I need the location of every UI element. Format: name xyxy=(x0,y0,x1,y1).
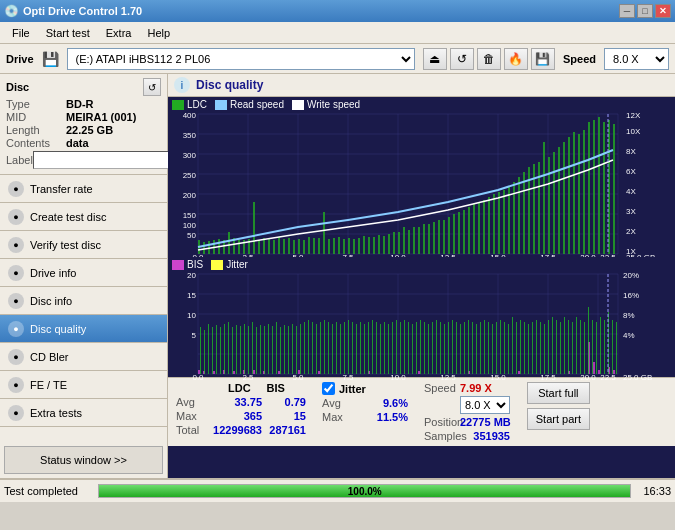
drive-icon: 💾 xyxy=(42,51,59,67)
nav-label-extra-tests: Extra tests xyxy=(30,407,82,419)
svg-rect-278 xyxy=(560,322,561,374)
svg-rect-202 xyxy=(256,327,257,374)
svg-rect-239 xyxy=(404,320,405,374)
speed-row-label: Speed xyxy=(424,382,456,394)
svg-rect-73 xyxy=(333,238,335,254)
chart-bottom: BIS Jitter xyxy=(168,257,675,377)
svg-rect-171 xyxy=(233,371,235,374)
drive-refresh-btn[interactable]: ↺ xyxy=(450,48,474,70)
nav-cd-bler[interactable]: ● CD Bler xyxy=(0,343,167,371)
svg-rect-201 xyxy=(252,322,253,374)
svg-rect-206 xyxy=(272,326,273,374)
svg-rect-177 xyxy=(318,371,320,374)
minimize-button[interactable]: ─ xyxy=(619,4,635,18)
nav-extra-tests[interactable]: ● Extra tests xyxy=(0,399,167,427)
svg-rect-267 xyxy=(516,322,517,374)
svg-text:350: 350 xyxy=(183,131,197,140)
svg-rect-248 xyxy=(440,322,441,374)
svg-rect-233 xyxy=(380,324,381,374)
svg-rect-105 xyxy=(493,194,495,254)
svg-rect-285 xyxy=(588,307,589,374)
close-button[interactable]: ✕ xyxy=(655,4,671,18)
svg-rect-264 xyxy=(504,322,505,374)
svg-rect-66 xyxy=(298,239,300,254)
svg-rect-63 xyxy=(283,239,285,254)
svg-text:7.5: 7.5 xyxy=(342,373,354,380)
action-buttons: Start full Start part xyxy=(527,382,590,430)
progress-text: 100.0% xyxy=(348,485,382,499)
svg-rect-230 xyxy=(368,322,369,374)
svg-rect-115 xyxy=(543,142,545,254)
svg-rect-281 xyxy=(572,322,573,374)
svg-rect-214 xyxy=(304,322,305,374)
svg-rect-89 xyxy=(413,227,415,254)
menu-file[interactable]: File xyxy=(4,25,38,41)
svg-text:150: 150 xyxy=(183,211,197,220)
svg-rect-256 xyxy=(472,322,473,374)
nav-disc-quality[interactable]: ● Disc quality xyxy=(0,315,167,343)
jitter-checkbox[interactable] xyxy=(322,382,335,395)
svg-rect-103 xyxy=(483,200,485,254)
svg-rect-88 xyxy=(408,230,410,254)
disc-contents-label: Contents xyxy=(6,137,66,149)
start-full-button[interactable]: Start full xyxy=(527,382,590,404)
svg-rect-80 xyxy=(368,237,370,254)
svg-rect-192 xyxy=(216,325,217,374)
svg-rect-173 xyxy=(253,370,255,374)
samples-label: Samples xyxy=(424,430,456,442)
speed-label: Speed xyxy=(563,53,596,65)
svg-rect-64 xyxy=(288,238,290,254)
svg-rect-71 xyxy=(323,212,325,254)
drive-eject-btn[interactable]: ⏏ xyxy=(423,48,447,70)
bis-col-header: BIS xyxy=(267,382,285,394)
svg-rect-224 xyxy=(344,322,345,374)
drive-burn-btn[interactable]: 🔥 xyxy=(504,48,528,70)
disc-label-label: Label xyxy=(6,154,33,166)
speed-select[interactable]: 8.0 X xyxy=(604,48,669,70)
bis-max: 15 xyxy=(266,410,306,422)
svg-rect-194 xyxy=(224,324,225,374)
nav-disc-info[interactable]: ● Disc info xyxy=(0,287,167,315)
speed-dropdown-select[interactable]: 8.0 X xyxy=(460,396,510,414)
menu-extra[interactable]: Extra xyxy=(98,25,140,41)
nav-verify-test-disc[interactable]: ● Verify test disc xyxy=(0,231,167,259)
disc-refresh-btn[interactable]: ↺ xyxy=(143,78,161,96)
maximize-button[interactable]: □ xyxy=(637,4,653,18)
drive-label: Drive xyxy=(6,53,34,65)
legend-jitter-color xyxy=(211,260,223,270)
svg-text:22.5: 22.5 xyxy=(600,373,616,380)
svg-rect-265 xyxy=(508,324,509,374)
title-bar: 💿 Opti Drive Control 1.70 ─ □ ✕ xyxy=(0,0,675,22)
menu-start-test[interactable]: Start test xyxy=(38,25,98,41)
svg-rect-205 xyxy=(268,324,269,374)
legend-read-speed-color xyxy=(215,100,227,110)
svg-rect-68 xyxy=(308,237,310,254)
svg-rect-120 xyxy=(568,137,570,254)
svg-text:3X: 3X xyxy=(626,207,636,216)
svg-text:400: 400 xyxy=(183,112,197,120)
drive-erase-btn[interactable]: 🗑 xyxy=(477,48,501,70)
svg-rect-283 xyxy=(580,320,581,374)
svg-text:20.0: 20.0 xyxy=(580,373,596,380)
svg-rect-98 xyxy=(458,212,460,254)
nav-create-test-disc[interactable]: ● Create test disc xyxy=(0,203,167,231)
menu-help[interactable]: Help xyxy=(139,25,178,41)
nav-transfer-rate[interactable]: ● Transfer rate xyxy=(0,175,167,203)
svg-rect-263 xyxy=(500,320,501,374)
svg-rect-222 xyxy=(336,322,337,374)
nav-fe-te[interactable]: ● FE / TE xyxy=(0,371,167,399)
disc-label-input[interactable] xyxy=(33,151,177,169)
status-window-button[interactable]: Status window >> xyxy=(4,446,163,474)
svg-rect-220 xyxy=(328,322,329,374)
svg-rect-275 xyxy=(548,320,549,374)
svg-rect-221 xyxy=(332,324,333,374)
svg-rect-108 xyxy=(508,187,510,254)
max-label: Max xyxy=(176,410,208,422)
svg-rect-236 xyxy=(392,322,393,374)
drive-save-btn[interactable]: 💾 xyxy=(531,48,555,70)
nav-drive-info[interactable]: ● Drive info xyxy=(0,259,167,287)
drive-select[interactable]: (E:) ATAPI iHBS112 2 PL06 xyxy=(67,48,415,70)
start-part-button[interactable]: Start part xyxy=(527,408,590,430)
svg-rect-129 xyxy=(613,124,615,254)
svg-rect-273 xyxy=(540,322,541,374)
